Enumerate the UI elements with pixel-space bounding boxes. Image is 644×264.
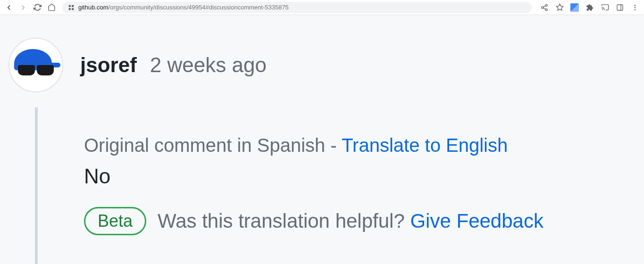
translate-extension-icon[interactable] xyxy=(570,3,579,12)
timeline-line xyxy=(35,107,38,264)
url-domain: github.com xyxy=(78,4,109,11)
comment-text: No xyxy=(84,165,635,188)
avatar[interactable] xyxy=(8,38,63,92)
page-content: jsoref 2 weeks ago Original comment in S… xyxy=(0,15,644,235)
site-info-icon[interactable] xyxy=(68,4,75,11)
svg-point-4 xyxy=(545,4,547,6)
address-bar[interactable]: github.com/orgs/community/discussions/49… xyxy=(62,2,532,13)
comment-header: jsoref 2 weeks ago xyxy=(8,38,635,92)
svg-rect-11 xyxy=(617,5,623,10)
reload-button[interactable] xyxy=(33,3,42,12)
feedback-text: Was this translation helpful? Give Feedb… xyxy=(158,210,544,232)
author-line: jsoref 2 weeks ago xyxy=(80,53,267,77)
author-name[interactable]: jsoref xyxy=(80,53,137,77)
svg-point-6 xyxy=(545,8,547,10)
feedback-row: Beta Was this translation helpful? Give … xyxy=(84,207,635,235)
sidepanel-icon[interactable] xyxy=(616,3,624,12)
home-button[interactable] xyxy=(47,3,56,12)
back-button[interactable] xyxy=(5,3,13,12)
toolbar-right xyxy=(540,3,639,12)
beta-badge: Beta xyxy=(84,207,146,235)
bookmark-star-icon[interactable] xyxy=(555,3,564,12)
svg-point-13 xyxy=(635,5,636,6)
svg-marker-9 xyxy=(556,4,563,10)
feedback-prompt-text: Was this translation helpful? xyxy=(158,210,410,232)
share-icon[interactable] xyxy=(540,3,549,12)
svg-point-14 xyxy=(635,7,636,8)
menu-icon[interactable] xyxy=(631,3,639,12)
comment-timestamp[interactable]: 2 weeks ago xyxy=(150,53,267,77)
svg-point-5 xyxy=(542,7,544,8)
translate-link[interactable]: Translate to English xyxy=(342,135,508,156)
extensions-icon[interactable] xyxy=(585,3,594,12)
translate-prompt: Original comment in Spanish - Translate … xyxy=(84,135,635,156)
svg-point-15 xyxy=(635,9,636,10)
url-path: /orgs/community/discussions/49954#discus… xyxy=(109,4,289,11)
svg-line-7 xyxy=(544,8,546,9)
url-text: github.com/orgs/community/discussions/49… xyxy=(78,4,289,11)
svg-rect-1 xyxy=(72,5,74,7)
forward-button[interactable] xyxy=(19,3,27,12)
comment-body: Original comment in Spanish - Translate … xyxy=(84,135,635,235)
translate-prompt-text: Original comment in Spanish - xyxy=(84,135,342,156)
svg-rect-3 xyxy=(72,8,74,10)
feedback-link[interactable]: Give Feedback xyxy=(410,210,543,232)
svg-rect-0 xyxy=(69,5,71,7)
nav-buttons xyxy=(5,3,56,12)
cast-icon[interactable] xyxy=(601,3,609,12)
svg-rect-2 xyxy=(69,8,71,10)
browser-toolbar: github.com/orgs/community/discussions/49… xyxy=(0,0,644,15)
svg-line-8 xyxy=(544,6,546,7)
